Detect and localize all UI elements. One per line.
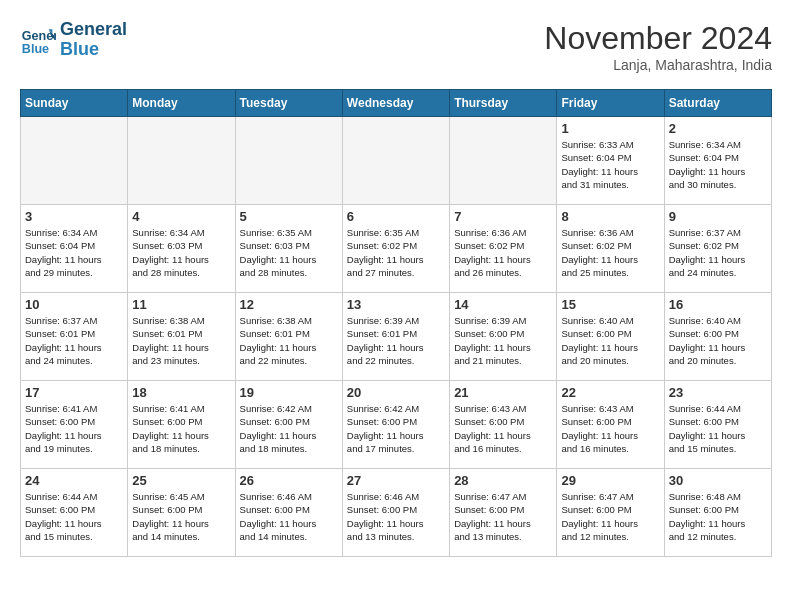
logo-text: General Blue — [60, 20, 127, 60]
day-number: 4 — [132, 209, 230, 224]
calendar-cell: 9Sunrise: 6:37 AM Sunset: 6:02 PM Daylig… — [664, 205, 771, 293]
calendar-cell: 14Sunrise: 6:39 AM Sunset: 6:00 PM Dayli… — [450, 293, 557, 381]
calendar-cell — [450, 117, 557, 205]
calendar-cell: 30Sunrise: 6:48 AM Sunset: 6:00 PM Dayli… — [664, 469, 771, 557]
day-number: 20 — [347, 385, 445, 400]
calendar-cell: 22Sunrise: 6:43 AM Sunset: 6:00 PM Dayli… — [557, 381, 664, 469]
calendar-week-2: 3Sunrise: 6:34 AM Sunset: 6:04 PM Daylig… — [21, 205, 772, 293]
calendar-cell: 6Sunrise: 6:35 AM Sunset: 6:02 PM Daylig… — [342, 205, 449, 293]
title-block: November 2024 Lanja, Maharashtra, India — [544, 20, 772, 73]
calendar-cell: 16Sunrise: 6:40 AM Sunset: 6:00 PM Dayli… — [664, 293, 771, 381]
svg-text:Blue: Blue — [22, 41, 49, 55]
day-info: Sunrise: 6:48 AM Sunset: 6:00 PM Dayligh… — [669, 490, 767, 543]
day-number: 25 — [132, 473, 230, 488]
day-info: Sunrise: 6:36 AM Sunset: 6:02 PM Dayligh… — [561, 226, 659, 279]
calendar-cell: 27Sunrise: 6:46 AM Sunset: 6:00 PM Dayli… — [342, 469, 449, 557]
day-info: Sunrise: 6:34 AM Sunset: 6:04 PM Dayligh… — [25, 226, 123, 279]
day-info: Sunrise: 6:39 AM Sunset: 6:00 PM Dayligh… — [454, 314, 552, 367]
calendar-cell — [342, 117, 449, 205]
calendar-cell: 10Sunrise: 6:37 AM Sunset: 6:01 PM Dayli… — [21, 293, 128, 381]
day-number: 7 — [454, 209, 552, 224]
day-info: Sunrise: 6:33 AM Sunset: 6:04 PM Dayligh… — [561, 138, 659, 191]
day-info: Sunrise: 6:38 AM Sunset: 6:01 PM Dayligh… — [132, 314, 230, 367]
weekday-header-tuesday: Tuesday — [235, 90, 342, 117]
calendar-cell: 17Sunrise: 6:41 AM Sunset: 6:00 PM Dayli… — [21, 381, 128, 469]
day-number: 8 — [561, 209, 659, 224]
calendar-cell: 20Sunrise: 6:42 AM Sunset: 6:00 PM Dayli… — [342, 381, 449, 469]
day-number: 23 — [669, 385, 767, 400]
day-number: 13 — [347, 297, 445, 312]
calendar-cell: 12Sunrise: 6:38 AM Sunset: 6:01 PM Dayli… — [235, 293, 342, 381]
calendar-cell: 4Sunrise: 6:34 AM Sunset: 6:03 PM Daylig… — [128, 205, 235, 293]
logo-icon: General Blue — [20, 22, 56, 58]
calendar-week-3: 10Sunrise: 6:37 AM Sunset: 6:01 PM Dayli… — [21, 293, 772, 381]
calendar-cell: 13Sunrise: 6:39 AM Sunset: 6:01 PM Dayli… — [342, 293, 449, 381]
calendar-cell — [21, 117, 128, 205]
day-number: 22 — [561, 385, 659, 400]
day-info: Sunrise: 6:36 AM Sunset: 6:02 PM Dayligh… — [454, 226, 552, 279]
day-number: 3 — [25, 209, 123, 224]
weekday-header-sunday: Sunday — [21, 90, 128, 117]
day-info: Sunrise: 6:44 AM Sunset: 6:00 PM Dayligh… — [25, 490, 123, 543]
day-number: 24 — [25, 473, 123, 488]
logo: General Blue General Blue — [20, 20, 127, 60]
day-info: Sunrise: 6:42 AM Sunset: 6:00 PM Dayligh… — [240, 402, 338, 455]
day-info: Sunrise: 6:34 AM Sunset: 6:04 PM Dayligh… — [669, 138, 767, 191]
day-info: Sunrise: 6:39 AM Sunset: 6:01 PM Dayligh… — [347, 314, 445, 367]
calendar-cell: 28Sunrise: 6:47 AM Sunset: 6:00 PM Dayli… — [450, 469, 557, 557]
day-number: 2 — [669, 121, 767, 136]
day-number: 19 — [240, 385, 338, 400]
day-number: 29 — [561, 473, 659, 488]
day-info: Sunrise: 6:37 AM Sunset: 6:01 PM Dayligh… — [25, 314, 123, 367]
day-info: Sunrise: 6:41 AM Sunset: 6:00 PM Dayligh… — [132, 402, 230, 455]
calendar-cell: 21Sunrise: 6:43 AM Sunset: 6:00 PM Dayli… — [450, 381, 557, 469]
day-info: Sunrise: 6:38 AM Sunset: 6:01 PM Dayligh… — [240, 314, 338, 367]
weekday-header-saturday: Saturday — [664, 90, 771, 117]
logo-line1: General — [60, 19, 127, 39]
calendar-week-5: 24Sunrise: 6:44 AM Sunset: 6:00 PM Dayli… — [21, 469, 772, 557]
day-number: 5 — [240, 209, 338, 224]
day-info: Sunrise: 6:43 AM Sunset: 6:00 PM Dayligh… — [454, 402, 552, 455]
calendar-cell: 1Sunrise: 6:33 AM Sunset: 6:04 PM Daylig… — [557, 117, 664, 205]
weekday-header-thursday: Thursday — [450, 90, 557, 117]
weekday-header-monday: Monday — [128, 90, 235, 117]
day-info: Sunrise: 6:35 AM Sunset: 6:03 PM Dayligh… — [240, 226, 338, 279]
day-number: 17 — [25, 385, 123, 400]
calendar-cell: 26Sunrise: 6:46 AM Sunset: 6:00 PM Dayli… — [235, 469, 342, 557]
day-number: 6 — [347, 209, 445, 224]
calendar-header-row: SundayMondayTuesdayWednesdayThursdayFrid… — [21, 90, 772, 117]
calendar-cell: 18Sunrise: 6:41 AM Sunset: 6:00 PM Dayli… — [128, 381, 235, 469]
calendar-cell: 11Sunrise: 6:38 AM Sunset: 6:01 PM Dayli… — [128, 293, 235, 381]
location: Lanja, Maharashtra, India — [544, 57, 772, 73]
calendar-cell — [235, 117, 342, 205]
day-number: 21 — [454, 385, 552, 400]
day-info: Sunrise: 6:47 AM Sunset: 6:00 PM Dayligh… — [561, 490, 659, 543]
day-info: Sunrise: 6:40 AM Sunset: 6:00 PM Dayligh… — [669, 314, 767, 367]
calendar-table: SundayMondayTuesdayWednesdayThursdayFrid… — [20, 89, 772, 557]
day-info: Sunrise: 6:40 AM Sunset: 6:00 PM Dayligh… — [561, 314, 659, 367]
calendar-week-1: 1Sunrise: 6:33 AM Sunset: 6:04 PM Daylig… — [21, 117, 772, 205]
calendar-cell: 2Sunrise: 6:34 AM Sunset: 6:04 PM Daylig… — [664, 117, 771, 205]
calendar-cell: 15Sunrise: 6:40 AM Sunset: 6:00 PM Dayli… — [557, 293, 664, 381]
calendar-week-4: 17Sunrise: 6:41 AM Sunset: 6:00 PM Dayli… — [21, 381, 772, 469]
day-number: 30 — [669, 473, 767, 488]
day-info: Sunrise: 6:46 AM Sunset: 6:00 PM Dayligh… — [347, 490, 445, 543]
logo-line2: Blue — [60, 39, 99, 59]
calendar-cell: 3Sunrise: 6:34 AM Sunset: 6:04 PM Daylig… — [21, 205, 128, 293]
day-info: Sunrise: 6:45 AM Sunset: 6:00 PM Dayligh… — [132, 490, 230, 543]
weekday-header-friday: Friday — [557, 90, 664, 117]
day-number: 11 — [132, 297, 230, 312]
calendar-cell: 29Sunrise: 6:47 AM Sunset: 6:00 PM Dayli… — [557, 469, 664, 557]
day-number: 15 — [561, 297, 659, 312]
day-info: Sunrise: 6:47 AM Sunset: 6:00 PM Dayligh… — [454, 490, 552, 543]
day-info: Sunrise: 6:34 AM Sunset: 6:03 PM Dayligh… — [132, 226, 230, 279]
day-info: Sunrise: 6:42 AM Sunset: 6:00 PM Dayligh… — [347, 402, 445, 455]
day-number: 27 — [347, 473, 445, 488]
day-info: Sunrise: 6:43 AM Sunset: 6:00 PM Dayligh… — [561, 402, 659, 455]
day-number: 14 — [454, 297, 552, 312]
calendar-cell: 25Sunrise: 6:45 AM Sunset: 6:00 PM Dayli… — [128, 469, 235, 557]
page-header: General Blue General Blue November 2024 … — [20, 20, 772, 73]
day-number: 18 — [132, 385, 230, 400]
day-number: 16 — [669, 297, 767, 312]
day-number: 28 — [454, 473, 552, 488]
